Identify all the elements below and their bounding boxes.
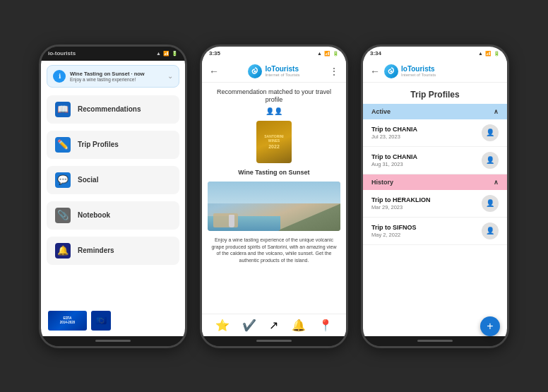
espa-badge: ΕΣΠΑ2014-2020 [48, 311, 87, 331]
trip-avatar-chania-2: 👤 [482, 152, 499, 169]
trip-avatar-sifnos: 👤 [482, 222, 499, 239]
signal-icon: 📶 [163, 51, 169, 57]
active-label: Active [371, 108, 391, 115]
wifi-icon: ▲ [156, 51, 161, 56]
back-button[interactable]: ← [209, 66, 219, 77]
active-chevron-icon: ∧ [494, 108, 499, 115]
status-icons-3: ▲ 📶 🔋 [478, 51, 500, 57]
home-bar-2 [256, 340, 292, 342]
location-icon[interactable]: 📍 [318, 319, 333, 332]
award-top-text: SANTORINIWINES [264, 134, 283, 143]
glass-layer [229, 215, 234, 227]
app-subtitle-text: Internet of Tourists [265, 73, 299, 77]
rec-item-title: Wine Tasting on Sunset [202, 169, 346, 176]
notif-title: Wine Tasting on Sunset · now [70, 71, 167, 77]
battery-icon: 🔋 [172, 51, 178, 57]
notebook-icon: 📎 [55, 208, 71, 223]
home-indicator-1 [41, 336, 185, 346]
status-time-2: 3:35 [209, 50, 220, 57]
phone-2: 3:35 ▲ 📶 🔋 ← IoTourists Internet of Tour… [200, 44, 348, 348]
phone-1-screen: ℹ Wine Tasting on Sunset · now Enjoy a w… [41, 61, 185, 336]
home-indicator-2 [202, 336, 346, 346]
trip-item-chania-2[interactable]: Trip to CHANIA Aug 31, 2023 👤 [363, 147, 507, 174]
trip-profiles-title: Trip Profiles [363, 83, 507, 104]
history-chevron-icon: ∧ [494, 179, 499, 186]
notification-bar[interactable]: ℹ Wine Tasting on Sunset · now Enjoy a w… [47, 65, 179, 88]
trip-name-chania-2: Trip to CHANIA [371, 153, 417, 160]
app-logo: IoTourists Internet of Tourists [248, 64, 299, 78]
recommendations-icon: 📖 [55, 102, 71, 117]
trip-profiles-icon: ✏️ [55, 137, 71, 153]
trip-info-chania-2: Trip to CHANIA Aug 31, 2023 [371, 153, 417, 167]
active-section-header[interactable]: Active ∧ [363, 104, 507, 119]
menu-item-trip-profiles[interactable]: ✏️ Trip Profiles [47, 131, 179, 159]
wifi-icon-3: ▲ [478, 51, 483, 56]
history-section-header[interactable]: History ∧ [363, 174, 507, 190]
menu-item-social[interactable]: 💬 Social [47, 166, 179, 194]
swirl-svg [250, 66, 260, 76]
home-bar-3 [417, 340, 453, 342]
logo-icon [248, 64, 262, 78]
add-trip-fab[interactable]: + [480, 316, 500, 336]
swirl-svg-3 [386, 66, 396, 76]
status-icons-2: ▲ 📶 🔋 [317, 51, 339, 57]
trip-info-heraklion: Trip to HERAKLION Mar 29, 2023 [371, 196, 431, 210]
social-icon: 💬 [55, 172, 71, 188]
alert-icon[interactable]: 🔔 [292, 319, 306, 332]
notif-app-icon: ℹ [53, 70, 66, 83]
trip-date-chania-1: Jul 23, 2023 [371, 133, 417, 140]
trip-name-sifnos: Trip to SIFNOS [371, 224, 417, 231]
eu-stars-icon: 🇪🇺 [96, 316, 107, 326]
trip-item-sifnos[interactable]: Trip to SIFNOS May 2, 2022 👤 [363, 218, 507, 245]
battery-icon-2: 🔋 [333, 51, 339, 57]
notif-text-block: Wine Tasting on Sunset · now Enjoy a win… [70, 71, 167, 82]
sky-layer [208, 182, 340, 204]
back-button-3[interactable]: ← [370, 66, 380, 77]
menu-item-recommendations[interactable]: 📖 Recommendations [47, 95, 179, 124]
svg-point-0 [254, 70, 256, 72]
rec-profile-icons: 👤👤 [202, 107, 346, 115]
status-bar-3: 3:34 ▲ 📶 🔋 [363, 47, 507, 61]
app-name-text-3: IoTourists [401, 65, 436, 73]
trip-date-heraklion: Mar 29, 2023 [371, 204, 431, 210]
espa-text: ΕΣΠΑ2014-2020 [60, 316, 76, 325]
trip-profiles-label: Trip Profiles [78, 141, 119, 148]
rec-title: Recommendation matched to your travel pr… [202, 83, 346, 107]
signal-icon-2: 📶 [324, 51, 330, 57]
star-icon[interactable]: ⭐ [215, 319, 230, 332]
app-name-text: IoTourists [265, 65, 299, 73]
app-name-block: IoTourists Internet of Tourists [265, 65, 299, 77]
reminders-icon: 🔔 [55, 243, 71, 259]
status-bar-1: io-tourists ▲ 📶 🔋 [41, 47, 185, 61]
trip-date-sifnos: May 2, 2022 [371, 232, 417, 238]
phone1-footer: ΕΣΠΑ2014-2020 🇪🇺 [41, 307, 185, 336]
check-icon[interactable]: ✔️ [242, 319, 256, 332]
trip-item-heraklion[interactable]: Trip to HERAKLION Mar 29, 2023 👤 [363, 190, 507, 218]
notif-subtitle: Enjoy a wine tasting experience! [70, 77, 167, 82]
trip-avatar-heraklion: 👤 [482, 195, 499, 212]
logo-icon-3 [384, 64, 398, 78]
status-time-3: 3:34 [370, 50, 381, 57]
notebook-label: Notebook [78, 211, 110, 219]
plus-icon: + [487, 320, 493, 333]
home-indicator-3 [363, 336, 507, 346]
phone-3-screen: ← IoTourists Internet of Tourists Trip P… [363, 61, 507, 336]
phone-3: 3:34 ▲ 📶 🔋 ← IoTourists Internet of Tour… [361, 44, 509, 348]
more-menu-icon[interactable]: ⋮ [329, 66, 339, 77]
rec-description: Enjoy a wine tasting experience of the u… [202, 234, 346, 267]
status-bar-2: 3:35 ▲ 📶 🔋 [202, 47, 346, 61]
share-icon[interactable]: ↗ [269, 319, 278, 332]
trip-avatar-chania-1: 👤 [482, 124, 499, 141]
trip-item-chania-1[interactable]: Trip to CHANIA Jul 23, 2023 👤 [363, 119, 507, 147]
menu-item-notebook[interactable]: 📎 Notebook [47, 201, 179, 230]
phone3-topbar: ← IoTourists Internet of Tourists [363, 61, 507, 83]
notif-chevron-icon[interactable]: ⌄ [167, 72, 173, 80]
phone2-bottombar: ⭐ ✔️ ↗ 🔔 📍 [202, 314, 346, 336]
history-label: History [371, 179, 393, 186]
phone-2-screen: ← IoTourists Internet of Tourists ⋮ Reco… [202, 61, 346, 336]
rec-image [208, 182, 340, 231]
social-label: Social [78, 176, 98, 184]
menu-item-reminders[interactable]: 🔔 Reminders [47, 237, 179, 265]
trip-info-sifnos: Trip to SIFNOS May 2, 2022 [371, 224, 417, 238]
award-year-text: 2022 [268, 143, 280, 150]
